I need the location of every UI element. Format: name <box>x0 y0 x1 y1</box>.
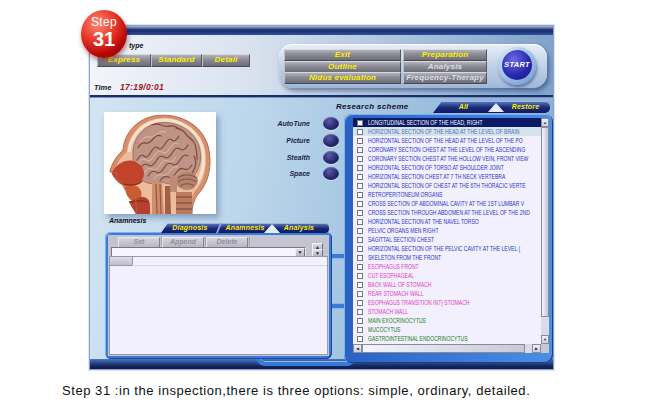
research-list-item[interactable]: REAR STOMACH WALL <box>353 289 541 298</box>
item-label: HORIZONTAL SECTION OF THE HEAD AT THE LE… <box>368 136 523 145</box>
scroll-left-icon[interactable]: ◀ <box>353 344 362 353</box>
research-list-item[interactable]: MUCOCYTUS <box>353 325 541 334</box>
item-checkbox[interactable] <box>357 282 363 288</box>
research-list-item[interactable]: BACK WALL OF STOMACH <box>353 280 541 289</box>
space-button[interactable] <box>323 167 339 180</box>
item-label: BACK WALL OF STOMACH <box>368 280 431 289</box>
item-checkbox[interactable] <box>357 201 363 207</box>
tab-anamnesis[interactable]: Anamnesis <box>222 224 268 231</box>
grid-header-line <box>132 265 327 266</box>
research-list-item[interactable]: HORIZONTAL SECTION AT THE NAVEL TORSO <box>353 217 541 226</box>
test-type-label: type <box>129 42 143 49</box>
research-list-item[interactable]: SKELETON FROM THE FRONT <box>353 253 541 262</box>
research-list-item[interactable]: HORIZONTAL SECTION OF CHEST AT THE 6TH T… <box>353 181 541 190</box>
item-checkbox[interactable] <box>357 318 363 324</box>
item-checkbox[interactable] <box>357 183 363 189</box>
item-label: HORIZONTAL SECTION OF CHEST AT THE 6TH T… <box>368 181 526 190</box>
research-list-item[interactable]: ESOPHAGUS TRANSITION INT) STOMACH <box>353 298 541 307</box>
item-label: LONGITUDINAL SECTION OF THE HEAD, RIGHT <box>368 118 483 127</box>
picture-label: Picture <box>240 137 310 144</box>
tab-analysis[interactable]: Analysis <box>276 224 322 231</box>
research-list-item[interactable]: CORONARY SECTION CHEST AT THE LEVEL OF T… <box>353 145 541 154</box>
step-badge-number: 31 <box>81 29 127 49</box>
item-checkbox[interactable] <box>357 210 363 216</box>
frequency-therapy-button[interactable]: Frequency-Therapy <box>403 72 487 84</box>
outline-button[interactable]: Outline <box>284 61 401 73</box>
research-list-item[interactable]: STOMACH WALL <box>353 307 541 316</box>
scroll-down-icon[interactable]: ▼ <box>541 335 549 344</box>
autotune-button[interactable] <box>323 117 339 130</box>
item-checkbox[interactable] <box>357 336 363 342</box>
item-label: CROSS SECTION OF ABDOMINAL CAVITY AT THE… <box>368 199 524 208</box>
item-label: ESOPHAGUS TRANSITION INT) STOMACH <box>368 298 469 307</box>
anamnesis-list-area[interactable] <box>109 256 328 355</box>
research-list-item[interactable]: LONGITUDINAL SECTION OF THE HEAD, RIGHT <box>353 118 541 127</box>
item-checkbox[interactable] <box>357 138 363 144</box>
head-sagittal-illustration <box>104 112 216 214</box>
item-checkbox[interactable] <box>357 165 363 171</box>
research-list-item[interactable]: HORIZONTAL SECTION OF THE HEAD AT THE LE… <box>353 136 541 145</box>
tab-restore[interactable]: Restore <box>503 103 548 110</box>
research-tabbar: All Restore <box>433 101 550 113</box>
item-checkbox[interactable] <box>357 300 363 306</box>
item-checkbox[interactable] <box>357 174 363 180</box>
item-label: HORIZONTAL SECTION CHEST AT 7 TH NECK VE… <box>368 172 505 181</box>
research-list-item[interactable]: CUT ESOPHAGEAL <box>353 271 541 280</box>
item-checkbox[interactable] <box>357 147 363 153</box>
research-list-item[interactable]: CROSS SECTION OF ABDOMINAL CAVITY AT THE… <box>353 199 541 208</box>
research-list-item[interactable]: HORIZONTAL SECTION OF THE HEAD AT THE LE… <box>353 127 541 136</box>
research-list-item[interactable]: ESOPHAGUS FRONT <box>353 262 541 271</box>
item-checkbox[interactable] <box>357 228 363 234</box>
start-button[interactable]: START <box>502 50 532 80</box>
standard-button[interactable]: Standard <box>151 54 202 67</box>
v-scroll-thumb[interactable] <box>541 127 549 317</box>
item-checkbox[interactable] <box>357 120 363 126</box>
anatomy-image <box>104 112 216 214</box>
research-list-item[interactable]: GASTROINTESTINAL ENDOCRINOCYTUS <box>353 334 541 343</box>
preparation-button[interactable]: Preparation <box>403 49 487 61</box>
picture-button[interactable] <box>323 134 339 147</box>
stealth-button[interactable] <box>323 151 339 164</box>
item-label: HORIZONTAL SECTION OF THE PELVIC CAVITY … <box>368 244 520 253</box>
item-label: SAGITTAL SECTION CHEST <box>368 235 434 244</box>
item-label: PELVIC ORGANS MEN RIGHT <box>368 226 438 235</box>
tab-diagnosis[interactable]: Diagnosis <box>167 224 213 231</box>
research-scheme-label: Research scheme <box>336 102 409 111</box>
research-list-item[interactable]: HORIZONTAL SECTION CHEST AT 7 TH NECK VE… <box>353 172 541 181</box>
research-list-item[interactable]: MAIN EXOCRINOCYTUS <box>353 316 541 325</box>
analysis-button[interactable]: Analysis <box>403 61 487 73</box>
item-label: REAR STOMACH WALL <box>368 289 423 298</box>
step-badge: Step 31 <box>81 10 127 58</box>
research-list-item[interactable]: CORONARY SECTION CHEST AT THE HOLLOW VEI… <box>353 154 541 163</box>
autotune-label: AutoTune <box>240 120 310 127</box>
research-list-item[interactable]: HORIZONTAL SECTION OF TORSO AT SHOULDER … <box>353 163 541 172</box>
research-list-item[interactable]: RETROPERITONEUM ORGANS <box>353 190 541 199</box>
research-list-item[interactable]: PELVIC ORGANS MEN RIGHT <box>353 226 541 235</box>
item-checkbox[interactable] <box>357 156 363 162</box>
item-checkbox[interactable] <box>357 291 363 297</box>
research-list-item[interactable]: SAGITTAL SECTION CHEST <box>353 235 541 244</box>
tab-all[interactable]: All <box>441 103 486 110</box>
item-checkbox[interactable] <box>357 192 363 198</box>
detail-button[interactable]: Detail <box>202 54 250 67</box>
item-checkbox[interactable] <box>357 309 363 315</box>
item-checkbox[interactable] <box>357 129 363 135</box>
scroll-up-icon[interactable]: ▲ <box>541 118 549 127</box>
nidus-evaluation-button[interactable]: Nidus evaluation <box>284 72 401 84</box>
research-list-item[interactable]: HORIZONTAL SECTION OF THE PELVIC CAVITY … <box>353 244 541 253</box>
item-label: CROSS SECTION THROUGH ABDOMEN AT THE LEV… <box>368 208 530 217</box>
research-list-item[interactable]: CROSS SECTION THROUGH ABDOMEN AT THE LEV… <box>353 208 541 217</box>
toolbar-separator <box>249 237 251 246</box>
exit-button[interactable]: Exit <box>284 49 401 61</box>
item-checkbox[interactable] <box>357 237 363 243</box>
h-scroll-thumb[interactable] <box>362 344 525 353</box>
item-label: HORIZONTAL SECTION OF THE HEAD AT THE LE… <box>368 127 520 136</box>
space-label: Space <box>240 170 310 177</box>
item-checkbox[interactable] <box>357 255 363 261</box>
item-checkbox[interactable] <box>357 327 363 333</box>
scroll-right-icon[interactable]: ▶ <box>532 344 541 353</box>
item-checkbox[interactable] <box>357 273 363 279</box>
item-checkbox[interactable] <box>357 264 363 270</box>
item-checkbox[interactable] <box>357 219 363 225</box>
item-checkbox[interactable] <box>357 246 363 252</box>
